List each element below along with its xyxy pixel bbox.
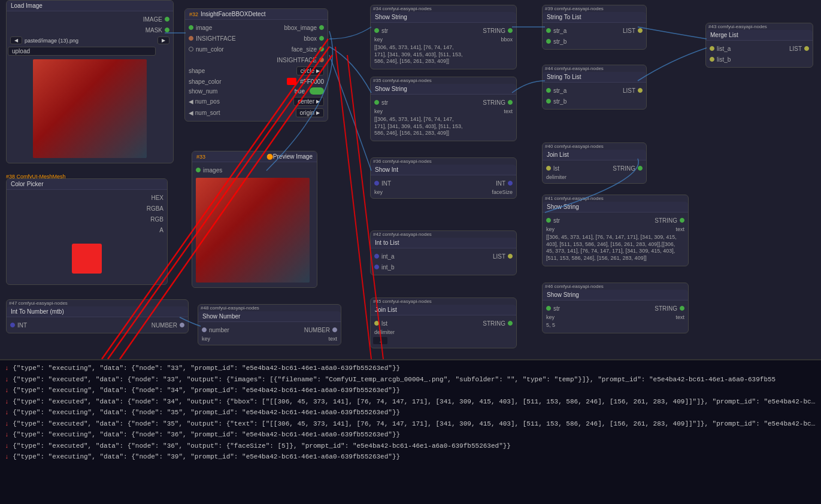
shape-color-row[interactable]: shape_color #FF0000 bbox=[185, 77, 328, 86]
show-int-36-node: #36 comfyui-easyapi-nodes Show Int INT k… bbox=[370, 157, 517, 199]
list-42-output: LIST bbox=[489, 251, 516, 262]
color-swatch[interactable] bbox=[72, 244, 102, 274]
num-pos-dropdown[interactable]: center ▶ bbox=[293, 97, 324, 106]
image-next-btn[interactable]: ▶ bbox=[157, 37, 169, 44]
show-string-34-body: str key STRING bbox [[306, 45, 373, 141]… bbox=[371, 23, 516, 69]
string-34-out-port bbox=[508, 28, 513, 33]
load-image-mask-output: MASK bbox=[7, 25, 173, 35]
lst-40-port bbox=[546, 166, 551, 171]
insight-face-inputs: image INSIGHTFACE num_color bbox=[185, 22, 256, 65]
int-47-port bbox=[10, 323, 15, 327]
strb-44-port bbox=[546, 99, 551, 104]
color-swatch-container[interactable] bbox=[7, 235, 167, 282]
show-string-35-header: Show String bbox=[371, 84, 516, 95]
node-41-label: #41 comfyui-easyapi-nodes bbox=[543, 195, 688, 202]
insight-face-outputs: bbox_image bbox face_size INSIGHTFACE bbox=[256, 22, 328, 65]
node-36-label: #36 comfyui-easyapi-nodes bbox=[371, 158, 516, 165]
face-size-port bbox=[319, 47, 324, 51]
ss46-body: str key STRING text 5, 5 bbox=[543, 300, 688, 333]
jl40-header: Join List bbox=[543, 150, 646, 160]
preview-image-header: #33 🟠 Preview Image bbox=[192, 151, 317, 162]
hex-row: HEX bbox=[7, 192, 167, 203]
string-to-list-44-node: #44 comfyui-easyapi-nodes String To List… bbox=[542, 65, 647, 110]
load-image-node: Load Image IMAGE MASK ◀ pasted/image (13… bbox=[6, 0, 174, 163]
number-48-input: number bbox=[198, 324, 233, 335]
merge-list-43-node: #43 comfyui-easyapi-nodes Merge List lis… bbox=[705, 23, 813, 68]
sn48-title: Show Number bbox=[202, 313, 240, 320]
stra-39-port bbox=[546, 28, 551, 33]
node-45-label: #45 comfyui-easyapi-nodes bbox=[371, 298, 516, 305]
show-string-41-node: #41 comfyui-easyapi-nodes Show String st… bbox=[542, 195, 689, 266]
list-39-output: LIST bbox=[619, 25, 646, 36]
list-43-output: LIST bbox=[786, 43, 813, 54]
ss46-content: 5, 5 bbox=[543, 321, 688, 330]
join-list-40-node: #40 comfyui-easyapi-nodes Join List lst … bbox=[542, 142, 647, 184]
num-sort-dropdown[interactable]: origin ▶ bbox=[296, 108, 324, 117]
num-sort-row[interactable]: ◀ num_sort origin ▶ bbox=[185, 107, 328, 119]
int-36-input: INT bbox=[371, 178, 395, 189]
preview-image-display bbox=[196, 178, 310, 283]
string-40-out-port bbox=[638, 166, 643, 171]
log-line-2: {"type": "executing", "data": {"node": "… bbox=[2, 385, 819, 396]
show-num-toggle[interactable] bbox=[310, 87, 324, 95]
ss46-header: Show String bbox=[543, 290, 688, 300]
log-line-0: {"type": "executing", "data": {"node": "… bbox=[2, 363, 819, 374]
bbox-image-port bbox=[319, 25, 324, 30]
key-46-label: key bbox=[543, 314, 564, 321]
node-34-label: #34 comfyui-easyapi-nodes bbox=[371, 5, 516, 12]
shape-row[interactable]: shape circle ▶ bbox=[185, 65, 328, 77]
color-picker-title: Color Picker bbox=[11, 181, 43, 187]
text-35-label: text bbox=[479, 108, 516, 115]
int-to-list-42-title: Int to List bbox=[375, 239, 399, 246]
list-43-out-port bbox=[804, 46, 809, 51]
node-47-label: #47 comfyui-easyapi-nodes bbox=[7, 300, 188, 306]
number-48-port bbox=[202, 327, 207, 332]
string-35-output: STRING bbox=[479, 97, 516, 108]
node-39-label: #39 comfyui-easyapi-nodes bbox=[543, 5, 646, 12]
ss41-content: [[306, 45, 373, 141], [76, 74, 147, 171]… bbox=[543, 233, 688, 263]
string-41-output: STRING bbox=[651, 215, 688, 226]
itn47-title: Int To Number (mtb) bbox=[11, 308, 64, 315]
text-46-label: text bbox=[651, 314, 688, 321]
int-36-port bbox=[374, 181, 379, 186]
num-color-input: num_color bbox=[185, 44, 256, 54]
str-35-input: str bbox=[371, 97, 392, 108]
number-48-out-port bbox=[332, 327, 337, 332]
stl44-title: String To List bbox=[547, 74, 581, 80]
text-48-label: text bbox=[301, 335, 341, 342]
string-46-out-port bbox=[680, 306, 684, 311]
lst-45-input: lst bbox=[371, 318, 398, 329]
color-picker-node: Color Picker HEX RGBA RGB A bbox=[6, 178, 168, 285]
log-line-4: {"type": "executing", "data": {"node": "… bbox=[2, 407, 819, 418]
image-selector-row[interactable]: ◀ pasted/image (13).png ▶ bbox=[7, 35, 173, 45]
insightface-output: INSIGHTFACE bbox=[256, 54, 328, 65]
ss41-title: Show String bbox=[547, 204, 579, 210]
show-num-row[interactable]: show_num true bbox=[185, 86, 328, 96]
preview-image-body: images bbox=[192, 162, 317, 287]
show-string-34-node: #34 comfyui-easyapi-nodes Show String st… bbox=[370, 5, 517, 69]
stl39-title: String To List bbox=[547, 14, 581, 20]
string-35-out-port bbox=[508, 100, 513, 105]
int-to-list-42-header: Int to List bbox=[371, 238, 516, 248]
insightface-input: INSIGHTFACE bbox=[185, 33, 256, 44]
ss46-title: Show String bbox=[547, 292, 579, 298]
stra-44-input: str_a bbox=[543, 85, 570, 96]
log-area: {"type": "executing", "data": {"node": "… bbox=[0, 359, 821, 504]
join-list-45-node: #45 comfyui-easyapi-nodes Join List lst … bbox=[370, 297, 517, 348]
image-prev-btn[interactable]: ◀ bbox=[10, 37, 22, 44]
bbox-34-label: bbox bbox=[479, 36, 516, 43]
load-image-body: IMAGE MASK ◀ pasted/image (13).png ▶ upl… bbox=[7, 11, 173, 163]
lista-43-port bbox=[710, 46, 714, 51]
list-42-out-port bbox=[508, 254, 513, 259]
upload-button[interactable]: upload bbox=[8, 47, 156, 56]
upload-btn-row[interactable]: upload bbox=[7, 45, 173, 57]
ml43-body: list_a list_b LIST bbox=[706, 41, 813, 67]
shape-dropdown[interactable]: circle ▶ bbox=[296, 66, 324, 75]
load-image-header: Load Image bbox=[7, 1, 173, 11]
key-41-label: key bbox=[543, 226, 564, 233]
str-46-input: str bbox=[543, 303, 564, 314]
ss41-header: Show String bbox=[543, 202, 688, 212]
num-pos-row[interactable]: ◀ num_pos center ▶ bbox=[185, 96, 328, 107]
log-line-5: {"type": "executed", "data": {"node": "3… bbox=[2, 418, 819, 430]
show-int-36-header: Show Int bbox=[371, 165, 516, 175]
